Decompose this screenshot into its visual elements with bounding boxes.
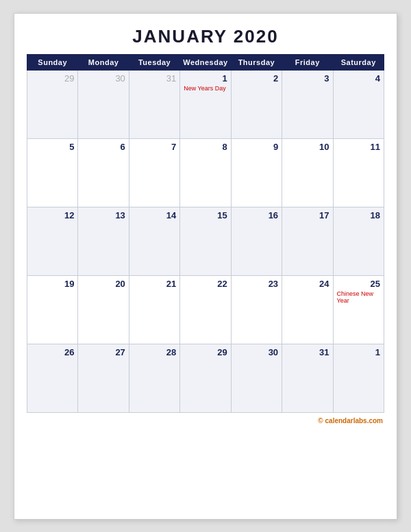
calendar-day-cell: 24 <box>282 275 333 344</box>
calendar-day-cell: 22 <box>180 275 231 344</box>
calendar-day-cell: 26 <box>27 344 78 412</box>
footer-brand: calendarlabs.com <box>325 417 383 425</box>
calendar-header-row: SundayMondayTuesdayWednesdayThursdayFrid… <box>27 54 384 70</box>
day-number: 13 <box>82 210 125 220</box>
day-number: 3 <box>286 73 329 84</box>
day-number: 20 <box>82 279 125 289</box>
calendar-day-cell: 16 <box>231 207 282 275</box>
day-number: 2 <box>235 73 278 84</box>
calendar-day-cell: 19 <box>27 275 78 344</box>
calendar-day-cell: 3 <box>282 70 333 138</box>
calendar-day-cell: 31 <box>129 70 179 138</box>
calendar-day-cell: 9 <box>231 138 282 207</box>
calendar-page: JANUARY 2020 SundayMondayTuesdayWednesda… <box>14 13 397 520</box>
calendar-day-cell: 11 <box>333 138 384 207</box>
calendar-header-monday: Monday <box>78 54 129 70</box>
day-number: 19 <box>31 279 74 289</box>
calendar-week-row: 2627282930311 <box>27 344 384 412</box>
day-number: 4 <box>337 73 380 84</box>
calendar-day-cell: 6 <box>78 138 129 207</box>
calendar-week-row: 19202122232425Chinese New Year <box>27 275 384 344</box>
calendar-day-cell: 25Chinese New Year <box>333 275 384 344</box>
calendar-day-cell: 15 <box>180 207 231 275</box>
calendar-day-cell: 23 <box>231 275 282 344</box>
day-number: 23 <box>235 279 278 289</box>
day-number: 30 <box>82 73 125 84</box>
calendar-day-cell: 5 <box>27 138 78 207</box>
day-number: 5 <box>31 142 74 152</box>
holiday-label: Chinese New Year <box>337 290 380 305</box>
calendar-day-cell: 29 <box>180 344 231 412</box>
calendar-day-cell: 27 <box>78 344 129 412</box>
calendar-day-cell: 31 <box>282 344 333 412</box>
day-number: 10 <box>286 142 329 152</box>
day-number: 29 <box>31 73 74 84</box>
footer-copyright-symbol: © <box>318 417 323 425</box>
day-number: 15 <box>184 210 227 220</box>
calendar-day-cell: 4 <box>333 70 384 138</box>
calendar-day-cell: 21 <box>129 275 179 344</box>
calendar-day-cell: 7 <box>129 138 179 207</box>
day-number: 22 <box>184 279 227 289</box>
calendar-day-cell: 1New Years Day <box>180 70 231 138</box>
calendar-day-cell: 12 <box>27 207 78 275</box>
calendar-header-wednesday: Wednesday <box>180 54 231 70</box>
calendar-footer: © calendarlabs.com <box>27 417 384 425</box>
day-number: 29 <box>184 347 227 357</box>
calendar-day-cell: 14 <box>129 207 179 275</box>
calendar-day-cell: 18 <box>333 207 384 275</box>
day-number: 30 <box>235 347 278 357</box>
calendar-week-row: 567891011 <box>27 138 384 207</box>
calendar-day-cell: 30 <box>78 70 129 138</box>
calendar-header-sunday: Sunday <box>27 54 78 70</box>
day-number: 14 <box>133 210 176 220</box>
calendar-day-cell: 20 <box>78 275 129 344</box>
calendar-day-cell: 28 <box>129 344 179 412</box>
day-number: 8 <box>184 142 227 152</box>
calendar-day-cell: 30 <box>231 344 282 412</box>
calendar-header-friday: Friday <box>282 54 333 70</box>
calendar-day-cell: 2 <box>231 70 282 138</box>
day-number: 28 <box>133 347 176 357</box>
day-number: 1 <box>337 347 380 357</box>
calendar-day-cell: 1 <box>333 344 384 412</box>
day-number: 21 <box>133 279 176 289</box>
calendar-header-thursday: Thursday <box>231 54 282 70</box>
calendar-table: SundayMondayTuesdayWednesdayThursdayFrid… <box>27 54 384 413</box>
calendar-day-cell: 29 <box>27 70 78 138</box>
holiday-label: New Years Day <box>184 85 227 92</box>
calendar-day-cell: 17 <box>282 207 333 275</box>
day-number: 31 <box>133 73 176 84</box>
day-number: 25 <box>337 279 380 289</box>
day-number: 16 <box>235 210 278 220</box>
day-number: 7 <box>133 142 176 152</box>
day-number: 17 <box>286 210 329 220</box>
calendar-week-row: 12131415161718 <box>27 207 384 275</box>
day-number: 12 <box>31 210 74 220</box>
calendar-week-row: 2930311New Years Day234 <box>27 70 384 138</box>
day-number: 26 <box>31 347 74 357</box>
calendar-day-cell: 8 <box>180 138 231 207</box>
calendar-day-cell: 10 <box>282 138 333 207</box>
calendar-title: JANUARY 2020 <box>27 26 384 47</box>
calendar-header-tuesday: Tuesday <box>129 54 179 70</box>
day-number: 6 <box>82 142 125 152</box>
day-number: 24 <box>286 279 329 289</box>
calendar-day-cell: 13 <box>78 207 129 275</box>
day-number: 11 <box>337 142 380 152</box>
day-number: 18 <box>337 210 380 220</box>
day-number: 27 <box>82 347 125 357</box>
day-number: 1 <box>184 73 227 84</box>
day-number: 9 <box>235 142 278 152</box>
calendar-header-saturday: Saturday <box>333 54 384 70</box>
day-number: 31 <box>286 347 329 357</box>
